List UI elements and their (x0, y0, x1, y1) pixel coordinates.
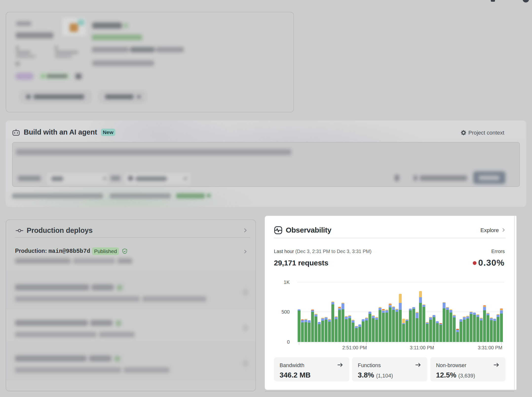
svg-text:500: 500 (282, 309, 290, 315)
svg-text:0: 0 (287, 339, 290, 345)
svg-text:1K: 1K (284, 279, 290, 285)
svg-text:2:51:00 PM: 2:51:00 PM (342, 345, 367, 350)
svg-text:3:11:00 PM: 3:11:00 PM (410, 345, 434, 350)
svg-text:3:31:00 PM: 3:31:00 PM (478, 345, 502, 350)
